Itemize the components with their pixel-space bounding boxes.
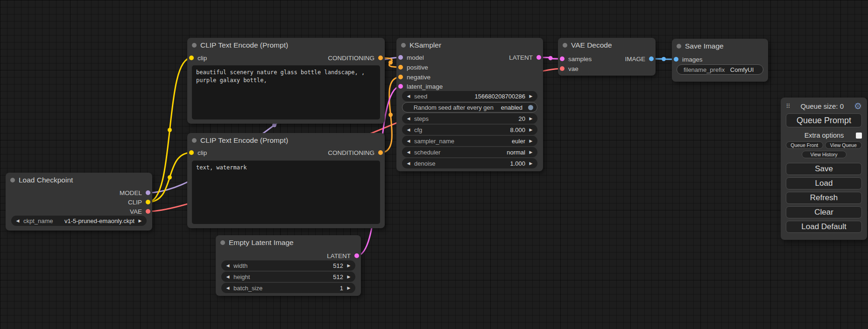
node-title-bar[interactable]: CLIP Text Encode (Prompt) xyxy=(187,38,385,52)
output-label-image: IMAGE xyxy=(625,56,645,63)
node-ksampler[interactable]: KSampler model LATENT positive negative … xyxy=(396,38,543,171)
widget-value: enabled xyxy=(501,104,522,111)
filename-prefix-widget[interactable]: filename_prefix ComfyUI xyxy=(677,64,763,75)
widget-label: batch_size xyxy=(233,285,262,292)
next-arrow-icon[interactable]: ▶ xyxy=(346,264,352,268)
model-output-port[interactable] xyxy=(146,190,150,195)
latent-image-input-port[interactable] xyxy=(398,84,403,89)
view-queue-button[interactable]: View Queue xyxy=(825,141,862,149)
ckpt-name-widget[interactable]: ◀ ckpt_name v1-5-pruned-emaonly.ckpt ▶ xyxy=(11,216,147,226)
load-button[interactable]: Load xyxy=(786,177,862,189)
width-widget[interactable]: ◀ width 512 ▶ xyxy=(221,260,355,271)
prev-arrow-icon[interactable]: ◀ xyxy=(225,286,231,290)
settings-gear-icon[interactable]: ⚙ xyxy=(854,102,862,111)
node-title: CLIP Text Encode (Prompt) xyxy=(200,136,288,145)
extra-options-checkbox[interactable] xyxy=(856,133,862,139)
node-clip-text-encode-positive[interactable]: CLIP Text Encode (Prompt) clip CONDITION… xyxy=(187,38,385,124)
next-arrow-icon[interactable]: ▶ xyxy=(528,150,534,154)
prev-arrow-icon[interactable]: ◀ xyxy=(406,94,411,98)
denoise-widget[interactable]: ◀ denoise 1.000 ▶ xyxy=(402,158,537,168)
collapse-dot[interactable] xyxy=(10,178,15,182)
latent-output-port[interactable] xyxy=(536,55,541,60)
clip-output-port[interactable] xyxy=(146,200,150,204)
next-arrow-icon[interactable]: ▶ xyxy=(528,94,534,98)
node-clip-text-encode-negative[interactable]: CLIP Text Encode (Prompt) clip CONDITION… xyxy=(187,133,385,228)
queue-prompt-button[interactable]: Queue Prompt xyxy=(786,113,862,127)
model-input-port[interactable] xyxy=(398,55,403,60)
random-seed-toggle-widget[interactable]: Random seed after every gen enabled xyxy=(402,102,537,112)
cfg-widget[interactable]: ◀ cfg 8.000 ▶ xyxy=(402,125,537,135)
prev-arrow-icon[interactable]: ◀ xyxy=(406,150,411,154)
prev-arrow-icon[interactable]: ◀ xyxy=(15,219,21,223)
node-empty-latent-image[interactable]: Empty Latent Image LATENT ◀ width 512 ▶ … xyxy=(216,235,361,296)
node-load-checkpoint[interactable]: Load Checkpoint MODEL CLIP VAE ◀ ckpt_na… xyxy=(6,173,152,231)
collapse-dot[interactable] xyxy=(677,44,681,49)
prompt-textarea[interactable]: text, watermark xyxy=(192,161,380,224)
sampler-name-widget[interactable]: ◀ sampler_name euler ▶ xyxy=(402,136,537,146)
node-vae-decode[interactable]: VAE Decode samples IMAGE vae xyxy=(558,38,656,76)
output-label-conditioning: CONDITIONING xyxy=(328,55,374,62)
view-history-button[interactable]: View History xyxy=(802,151,847,158)
steps-widget[interactable]: ◀ steps 20 ▶ xyxy=(402,113,537,124)
positive-input-port[interactable] xyxy=(398,65,403,70)
widget-label: seed xyxy=(414,93,427,100)
queue-front-button[interactable]: Queue Front xyxy=(786,141,823,149)
batch-size-widget[interactable]: ◀ batch_size 1 ▶ xyxy=(221,283,355,293)
height-widget[interactable]: ◀ height 512 ▶ xyxy=(221,272,355,282)
clear-button[interactable]: Clear xyxy=(786,206,862,218)
next-arrow-icon[interactable]: ▶ xyxy=(137,219,143,223)
widget-value: 1.000 xyxy=(438,160,525,167)
widget-label: scheduler xyxy=(414,149,440,156)
widget-value: v1-5-pruned-emaonly.ckpt xyxy=(56,217,134,224)
node-title-bar[interactable]: Save Image xyxy=(672,39,768,53)
drag-handle-icon[interactable]: ⠿ xyxy=(786,103,790,110)
clip-input-port[interactable] xyxy=(189,150,194,155)
widget-label: steps xyxy=(414,115,429,122)
clip-input-port[interactable] xyxy=(189,56,194,60)
node-save-image[interactable]: Save Image images filename_prefix ComfyU… xyxy=(672,39,768,82)
prev-arrow-icon[interactable]: ◀ xyxy=(406,128,411,132)
node-title-bar[interactable]: VAE Decode xyxy=(558,38,656,52)
refresh-button[interactable]: Refresh xyxy=(786,192,862,204)
collapse-dot[interactable] xyxy=(401,43,406,48)
collapse-dot[interactable] xyxy=(192,43,197,48)
prev-arrow-icon[interactable]: ◀ xyxy=(225,264,231,268)
node-title-bar[interactable]: CLIP Text Encode (Prompt) xyxy=(187,133,385,147)
negative-input-port[interactable] xyxy=(398,75,403,79)
conditioning-output-port[interactable] xyxy=(378,150,383,155)
next-arrow-icon[interactable]: ▶ xyxy=(528,161,534,166)
prev-arrow-icon[interactable]: ◀ xyxy=(406,161,411,166)
collapse-dot[interactable] xyxy=(563,43,567,48)
samples-input-port[interactable] xyxy=(560,56,565,61)
collapse-dot[interactable] xyxy=(192,138,197,143)
node-title: Load Checkpoint xyxy=(19,176,73,184)
collapse-dot[interactable] xyxy=(220,240,225,245)
node-graph-canvas[interactable]: Load Checkpoint MODEL CLIP VAE ◀ ckpt_na… xyxy=(0,0,868,329)
next-arrow-icon[interactable]: ▶ xyxy=(528,139,534,143)
next-arrow-icon[interactable]: ▶ xyxy=(346,275,352,279)
node-title: Save Image xyxy=(685,42,724,50)
save-button[interactable]: Save xyxy=(786,163,862,175)
vae-output-port[interactable] xyxy=(146,209,150,214)
node-title-bar[interactable]: Load Checkpoint xyxy=(6,173,152,187)
node-title-bar[interactable]: Empty Latent Image xyxy=(216,235,361,250)
prompt-textarea[interactable]: beautiful scenery nature glass bottle la… xyxy=(192,65,380,119)
images-input-port[interactable] xyxy=(674,57,678,62)
seed-widget[interactable]: ◀ seed 156680208700286 ▶ xyxy=(402,91,537,101)
load-default-button[interactable]: Load Default xyxy=(786,221,862,233)
widget-value: 8.000 xyxy=(425,126,525,133)
image-output-port[interactable] xyxy=(649,56,654,61)
node-title-bar[interactable]: KSampler xyxy=(396,38,543,52)
next-arrow-icon[interactable]: ▶ xyxy=(528,128,534,132)
prev-arrow-icon[interactable]: ◀ xyxy=(406,117,411,121)
conditioning-output-port[interactable] xyxy=(378,56,383,60)
prev-arrow-icon[interactable]: ◀ xyxy=(225,275,231,279)
vae-input-port[interactable] xyxy=(560,66,565,71)
next-arrow-icon[interactable]: ▶ xyxy=(346,286,352,290)
prev-arrow-icon[interactable]: ◀ xyxy=(406,139,411,143)
next-arrow-icon[interactable]: ▶ xyxy=(528,117,534,121)
scheduler-widget[interactable]: ◀ scheduler normal ▶ xyxy=(402,147,537,157)
latent-output-port[interactable] xyxy=(354,253,359,258)
widget-value: normal xyxy=(443,149,525,156)
toggle-indicator[interactable] xyxy=(528,105,533,110)
